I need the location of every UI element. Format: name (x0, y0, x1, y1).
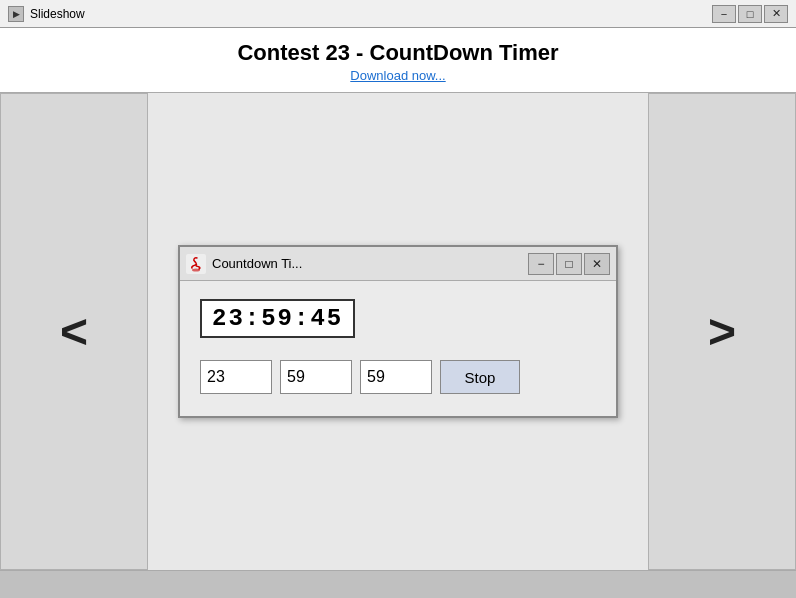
page-title: Contest 23 - CountDown Timer (0, 40, 796, 66)
close-button[interactable]: ✕ (764, 5, 788, 23)
minutes-input[interactable] (280, 360, 352, 394)
java-window-body: 23:59:45 Stop (180, 281, 616, 416)
left-nav-panel[interactable]: < (0, 93, 148, 570)
title-bar-text: Slideshow (30, 7, 712, 21)
right-nav-panel[interactable]: > (648, 93, 796, 570)
app-header: Contest 23 - CountDown Timer Download no… (0, 28, 796, 93)
java-maximize-button[interactable]: □ (556, 253, 582, 275)
java-window-title: Countdown Ti... (212, 256, 520, 271)
main-area: < Countdown Ti... − □ ✕ (0, 93, 796, 570)
input-row: Stop (200, 360, 596, 394)
maximize-button[interactable]: □ (738, 5, 762, 23)
hours-input[interactable] (200, 360, 272, 394)
java-title-buttons: − □ ✕ (528, 253, 610, 275)
title-bar: ▶ Slideshow − □ ✕ (0, 0, 796, 28)
app-icon: ▶ (8, 6, 24, 22)
download-link[interactable]: Download now... (350, 68, 445, 83)
svg-point-1 (192, 268, 200, 271)
timer-display: 23:59:45 (200, 299, 355, 338)
right-arrow-icon: > (708, 308, 736, 356)
left-arrow-icon: < (60, 308, 88, 356)
seconds-input[interactable] (360, 360, 432, 394)
bottom-bar (0, 570, 796, 598)
title-bar-controls: − □ ✕ (712, 5, 788, 23)
java-icon (186, 254, 206, 274)
java-window: Countdown Ti... − □ ✕ 23:59:45 Stop (178, 245, 618, 418)
center-content: Countdown Ti... − □ ✕ 23:59:45 Stop (148, 93, 648, 570)
minimize-button[interactable]: − (712, 5, 736, 23)
stop-button[interactable]: Stop (440, 360, 520, 394)
java-title-bar: Countdown Ti... − □ ✕ (180, 247, 616, 281)
java-close-button[interactable]: ✕ (584, 253, 610, 275)
java-minimize-button[interactable]: − (528, 253, 554, 275)
